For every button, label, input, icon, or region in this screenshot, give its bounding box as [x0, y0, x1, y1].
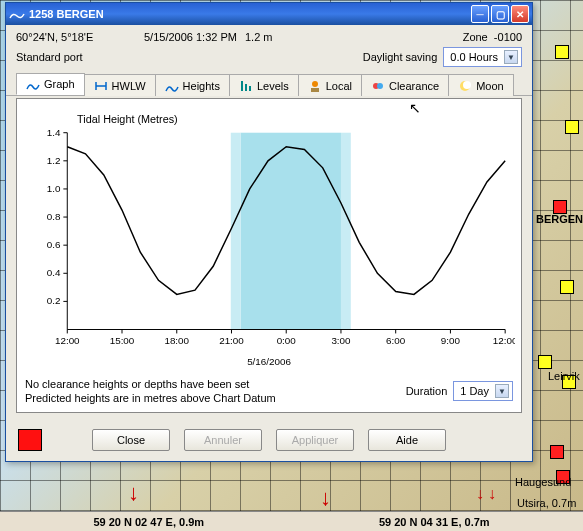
note-line1: No clearance heights or depths have been…: [25, 377, 276, 391]
current-arrow-icon: ↓: [488, 485, 496, 503]
tab-heights[interactable]: Heights: [155, 74, 230, 96]
tab-levels[interactable]: Levels: [229, 74, 299, 96]
svg-rect-9: [241, 133, 341, 330]
close-button[interactable]: Close: [92, 429, 170, 451]
svg-text:1.2: 1.2: [47, 155, 61, 166]
svg-point-6: [377, 83, 383, 89]
svg-rect-0: [241, 81, 243, 91]
maximize-button[interactable]: ▢: [491, 5, 509, 23]
tab-label: Local: [326, 80, 352, 92]
tab-icon: [371, 79, 385, 93]
svg-text:0.4: 0.4: [47, 267, 61, 278]
tab-label: Clearance: [389, 80, 439, 92]
chevron-down-icon: ▼: [504, 50, 518, 64]
tab-graph[interactable]: Graph: [16, 73, 85, 95]
duration-label: Duration: [406, 385, 448, 397]
coords-label: 60°24'N, 5°18'E: [16, 31, 136, 43]
svg-text:1.4: 1.4: [47, 127, 61, 138]
svg-rect-4: [311, 88, 319, 92]
svg-text:0.6: 0.6: [47, 239, 61, 250]
svg-text:12:00: 12:00: [493, 335, 515, 346]
map-marker[interactable]: [538, 355, 552, 369]
tab-label: Levels: [257, 80, 289, 92]
status-left: 59 20 N 02 47 E, 0.9m: [6, 516, 292, 528]
map-marker[interactable]: [560, 280, 574, 294]
tab-icon: [94, 79, 108, 93]
tab-label: Heights: [183, 80, 220, 92]
current-arrow-icon: ↓: [128, 480, 139, 506]
tab-icon: [165, 79, 179, 93]
svg-text:5/16/2006: 5/16/2006: [247, 356, 291, 367]
window-close-button[interactable]: ✕: [511, 5, 529, 23]
svg-text:1.0: 1.0: [47, 183, 61, 194]
map-marker[interactable]: [565, 120, 579, 134]
tab-label: Graph: [44, 78, 75, 90]
titlebar[interactable]: 1258 BERGEN ─ ▢ ✕: [6, 3, 532, 25]
map-marker[interactable]: [555, 45, 569, 59]
map-label-haugesund: Haugesund: [515, 476, 571, 488]
tab-moon[interactable]: Moon: [448, 74, 514, 96]
svg-text:6:00: 6:00: [386, 335, 406, 346]
map-marker[interactable]: [550, 445, 564, 459]
duration-select[interactable]: 1 Day ▼: [453, 381, 513, 401]
daylight-select[interactable]: 0.0 Hours ▼: [443, 47, 522, 67]
tab-label: Moon: [476, 80, 504, 92]
map-label-leirvik: Leirvik: [548, 370, 580, 382]
svg-text:18:00: 18:00: [164, 335, 189, 346]
port-type: Standard port: [16, 51, 83, 63]
svg-text:3:00: 3:00: [331, 335, 351, 346]
map-label-utsira: Utsira, 0.7m: [517, 497, 576, 509]
note-line2: Predicted heights are in metres above Ch…: [25, 391, 276, 405]
tab-icon: [308, 79, 322, 93]
svg-rect-1: [245, 84, 247, 91]
info-row: 60°24'N, 5°18'E 5/15/2006 1:32 PM 1.2 m …: [6, 25, 532, 43]
svg-text:9:00: 9:00: [441, 335, 461, 346]
record-indicator[interactable]: [18, 429, 42, 451]
daylight-value: 0.0 Hours: [450, 51, 498, 63]
svg-text:12:00: 12:00: [55, 335, 80, 346]
svg-text:21:00: 21:00: [219, 335, 244, 346]
tide-window: 1258 BERGEN ─ ▢ ✕ 60°24'N, 5°18'E 5/15/2…: [5, 2, 533, 462]
tab-local[interactable]: Local: [298, 74, 362, 96]
tab-icon: [26, 77, 40, 91]
svg-rect-10: [231, 133, 241, 330]
tab-strip: GraphHWLWHeightsLevelsLocalClearanceMoon: [6, 73, 532, 96]
chevron-down-icon: ▼: [495, 384, 509, 398]
status-right: 59 20 N 04 31 E, 0.7m: [292, 516, 578, 528]
svg-point-3: [312, 81, 318, 87]
duration-value: 1 Day: [460, 385, 489, 397]
daylight-label: Daylight saving: [363, 51, 438, 63]
help-button[interactable]: Aide: [368, 429, 446, 451]
tab-label: HWLW: [112, 80, 146, 92]
svg-text:0.8: 0.8: [47, 211, 61, 222]
svg-rect-2: [249, 86, 251, 91]
datetime-label: 5/15/2006 1:32 PM: [144, 31, 237, 43]
app-icon: [9, 6, 25, 22]
tide-chart: Tidal Height (Metres)0.20.40.60.81.01.21…: [23, 103, 515, 373]
svg-rect-11: [341, 133, 351, 330]
tab-clearance[interactable]: Clearance: [361, 74, 449, 96]
apply-button: Appliquer: [276, 429, 354, 451]
window-title: 1258 BERGEN: [29, 8, 471, 20]
chart-panel: Tidal Height (Metres)0.20.40.60.81.01.21…: [16, 98, 522, 413]
current-arrow-icon: ↓: [476, 485, 484, 503]
svg-text:Tidal Height (Metres): Tidal Height (Metres): [77, 113, 178, 125]
zone-label: Zone: [463, 31, 488, 43]
map-label-bergen: BERGEN: [536, 213, 583, 225]
tab-icon: [239, 79, 253, 93]
tab-hwlw[interactable]: HWLW: [84, 74, 156, 96]
cancel-button: Annuler: [184, 429, 262, 451]
svg-text:15:00: 15:00: [110, 335, 135, 346]
minimize-button[interactable]: ─: [471, 5, 489, 23]
current-arrow-icon: ↓: [320, 485, 331, 511]
svg-text:0.2: 0.2: [47, 295, 61, 306]
status-bar: 59 20 N 02 47 E, 0.9m 59 20 N 04 31 E, 0…: [0, 511, 583, 531]
height-now: 1.2 m: [245, 31, 273, 43]
svg-text:0:00: 0:00: [277, 335, 297, 346]
svg-point-8: [463, 81, 471, 89]
button-bar: Close Annuler Appliquer Aide: [6, 421, 532, 461]
tab-icon: [458, 79, 472, 93]
zone-value: -0100: [494, 31, 522, 43]
map-marker[interactable]: [553, 200, 567, 214]
